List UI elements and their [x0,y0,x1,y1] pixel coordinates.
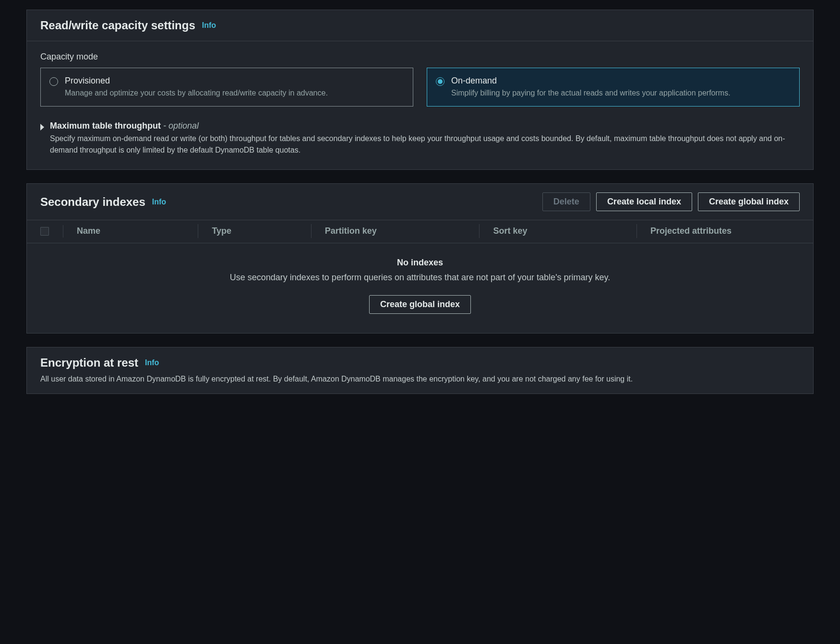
encryption-title: Encryption at rest [40,356,138,370]
throughput-heading[interactable]: Maximum table throughput - optional [50,121,800,131]
encryption-header: Encryption at rest Info All user data st… [27,347,813,394]
ondemand-desc: Simplify billing by paying for the actua… [451,88,731,98]
provisioned-desc: Manage and optimize your costs by alloca… [65,88,328,98]
capacity-title: Read/write capacity settings [40,19,195,32]
delete-index-button: Delete [542,192,590,211]
encryption-desc: All user data stored in Amazon DynamoDB … [40,373,633,385]
indexes-title: Secondary indexes [40,195,145,209]
throughput-desc: Specify maximum on-demand read or write … [50,133,800,156]
col-projected-attributes[interactable]: Projected attributes [637,226,800,236]
capacity-option-provisioned[interactable]: Provisioned Manage and optimize your cos… [40,68,413,107]
encryption-info-link[interactable]: Info [145,358,159,367]
capacity-mode-label: Capacity mode [40,52,800,62]
radio-selected-icon [436,77,444,86]
throughput-optional: - optional [161,121,199,131]
col-type[interactable]: Type [198,226,311,236]
throughput-section: Maximum table throughput - optional Spec… [40,121,800,156]
empty-title: No indexes [36,258,804,268]
indexes-panel: Secondary indexes Info Delete Create loc… [26,183,814,334]
select-all-checkbox[interactable] [40,227,49,236]
capacity-mode-options: Provisioned Manage and optimize your cos… [40,68,800,107]
col-sort-key[interactable]: Sort key [480,226,637,236]
provisioned-title: Provisioned [65,76,328,86]
create-local-index-button[interactable]: Create local index [596,192,692,211]
empty-desc: Use secondary indexes to perform queries… [36,273,804,283]
capacity-info-link[interactable]: Info [202,21,216,30]
col-partition-key[interactable]: Partition key [312,226,480,236]
indexes-header: Secondary indexes Info Delete Create loc… [27,184,813,220]
capacity-panel: Read/write capacity settings Info Capaci… [26,10,814,170]
indexes-table-header: Name Type Partition key Sort key Project… [27,220,813,243]
empty-create-global-button[interactable]: Create global index [369,295,471,314]
capacity-option-ondemand[interactable]: On-demand Simplify billing by paying for… [427,68,800,107]
capacity-body: Capacity mode Provisioned Manage and opt… [27,41,813,169]
ondemand-title: On-demand [451,76,731,86]
caret-right-icon[interactable] [40,124,44,131]
select-all-cell [40,227,63,236]
throughput-title: Maximum table throughput [50,121,161,131]
indexes-empty-state: No indexes Use secondary indexes to perf… [27,243,813,333]
indexes-info-link[interactable]: Info [152,198,166,206]
indexes-button-row: Delete Create local index Create global … [542,192,800,211]
capacity-header: Read/write capacity settings Info [27,10,813,41]
radio-unselected-icon [49,77,58,86]
col-name[interactable]: Name [63,226,198,236]
encryption-panel: Encryption at rest Info All user data st… [26,347,814,394]
create-global-index-button[interactable]: Create global index [698,192,800,211]
